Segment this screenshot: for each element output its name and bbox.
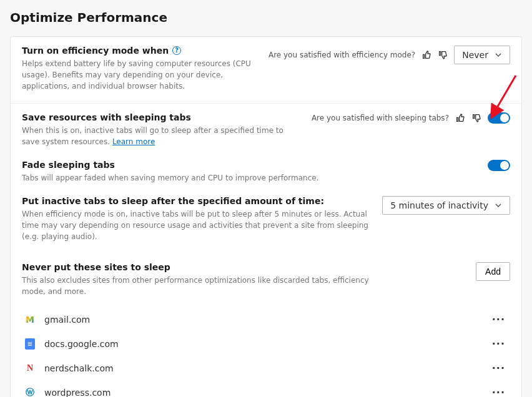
google-docs-icon: ≡ [24,338,36,350]
thumbs-down-icon[interactable] [471,113,481,123]
site-domain: wordpress.com [44,388,481,398]
page-title: Optimize Performance [10,10,522,25]
section-fade-tabs: Fade sleeping tabs Tabs will appear fade… [11,151,521,187]
learn-more-link[interactable]: Learn more [112,137,155,146]
sleeping-tabs-toggle[interactable] [488,112,510,124]
add-site-button[interactable]: Add [476,262,510,281]
efficiency-mode-title: Turn on efficiency mode when ? [22,46,181,56]
never-sleep-sites-list: M gmail.com ··· ≡ docs.google.com ··· N … [22,307,510,397]
thumbs-down-icon[interactable] [438,50,448,60]
efficiency-mode-title-text: Turn on efficiency mode when [22,46,169,56]
wordpress-icon: ⓦ [24,387,36,398]
section-sleeping-tabs: Save resources with sleeping tabs When t… [11,104,521,151]
more-options-icon[interactable]: ··· [490,338,508,350]
site-row: N nerdschalk.com ··· [22,356,510,380]
thumbs-up-icon[interactable] [421,50,431,60]
inactive-sleep-desc: When efficiency mode is on, inactive tab… [22,208,372,242]
efficiency-dropdown-value: Never [462,50,488,60]
efficiency-mode-desc: Helps extend battery life by saving comp… [22,58,259,92]
site-domain: gmail.com [44,315,481,325]
help-icon[interactable]: ? [172,46,181,55]
never-sleep-desc: This also excludes sites from other perf… [22,275,372,297]
efficiency-mode-dropdown[interactable]: Never [454,46,510,64]
more-options-icon[interactable]: ··· [490,386,508,397]
fade-tabs-title: Fade sleeping tabs [22,160,115,170]
site-domain: docs.google.com [44,339,481,349]
chevron-down-icon [495,51,502,59]
site-row: ⓦ wordpress.com ··· [22,380,510,397]
more-options-icon[interactable]: ··· [490,362,508,374]
sleeping-tabs-title: Save resources with sleeping tabs [22,112,191,122]
fade-tabs-toggle[interactable] [488,160,510,171]
section-never-sleep: Never put these sites to sleep This also… [11,253,521,397]
inactive-sleep-dropdown[interactable]: 5 minutes of inactivity [382,196,510,215]
inactive-sleep-title: Put inactive tabs to sleep after the spe… [22,196,324,206]
settings-card: Turn on efficiency mode when ? Helps ext… [10,36,522,397]
thumbs-up-icon[interactable] [455,113,465,123]
inactive-dropdown-value: 5 minutes of inactivity [390,200,488,210]
sleeping-tabs-desc: When this is on, inactive tabs will go t… [22,125,302,147]
more-options-icon[interactable]: ··· [490,313,508,325]
fade-tabs-desc: Tabs will appear faded when saving memor… [22,172,372,184]
site-row: M gmail.com ··· [22,307,510,331]
never-sleep-title: Never put these sites to sleep [22,262,170,272]
chevron-down-icon [495,202,502,209]
section-efficiency-mode: Turn on efficiency mode when ? Helps ext… [11,37,521,104]
sleeping-tabs-feedback-text: Are you satisfied with sleeping tabs? [312,114,449,122]
site-row: ≡ docs.google.com ··· [22,331,510,356]
nerdschalk-icon: N [24,363,36,374]
gmail-icon: M [24,314,36,325]
site-domain: nerdschalk.com [44,363,481,373]
efficiency-feedback-text: Are you satisfied with efficiency mode? [268,51,415,59]
section-inactive-sleep: Put inactive tabs to sleep after the spe… [11,187,521,253]
